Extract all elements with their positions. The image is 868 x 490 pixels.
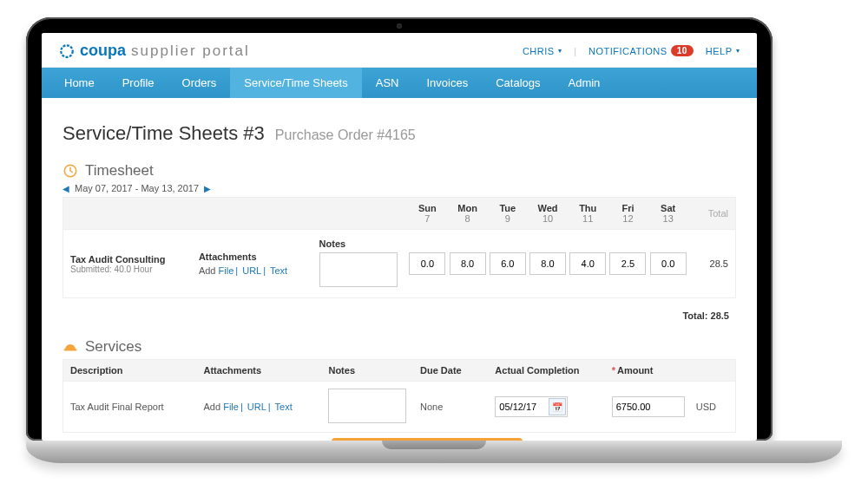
page-subtitle: Purchase Order #4165 <box>275 127 416 142</box>
service-notes-input[interactable] <box>328 389 406 423</box>
timesheet-row: Tax Audit Consulting Submitted: 40.0 Hou… <box>62 230 736 298</box>
nav-home[interactable]: Home <box>50 68 108 98</box>
svg-point-0 <box>61 45 73 57</box>
notes-input[interactable] <box>319 252 398 287</box>
amount-input[interactable] <box>612 396 685 417</box>
hours-input-fri[interactable] <box>609 252 646 275</box>
brand-sub: supplier portal <box>131 42 250 60</box>
nav-profile[interactable]: Profile <box>108 68 168 98</box>
user-menu[interactable]: CHRIS▾ <box>523 46 562 56</box>
hours-input-tue[interactable] <box>490 252 526 275</box>
hardhat-icon <box>62 339 78 355</box>
add-url-link[interactable]: URL <box>247 402 266 412</box>
service-description: Tax Audit Final Report <box>70 402 204 412</box>
hours-input-sat[interactable] <box>650 252 687 275</box>
add-file-link[interactable]: File <box>219 265 234 276</box>
svg-rect-2 <box>64 349 77 350</box>
nav-asn[interactable]: ASN <box>362 68 413 98</box>
brand-logo: coupa supplier portal <box>59 42 250 60</box>
nav-catalogs[interactable]: Catalogs <box>482 68 554 98</box>
nav-service-time-sheets[interactable]: Service/Time Sheets <box>230 68 361 98</box>
services-header-row: Description Attachments Notes Due Date A… <box>62 359 736 382</box>
hours-input-thu[interactable] <box>569 252 606 275</box>
row-total: 28.5 <box>688 258 728 269</box>
notes-label: Notes <box>319 238 408 249</box>
add-url-link[interactable]: URL <box>242 265 261 276</box>
timesheet-item-submitted: Submitted: 40.0 Hour <box>70 265 199 274</box>
notifications-link[interactable]: NOTIFICATIONS 10 <box>589 45 694 56</box>
date-range: May 07, 2017 - May 13, 2017 <box>75 183 199 193</box>
timesheet-item-name: Tax Audit Consulting <box>70 254 199 265</box>
brand-name: coupa <box>80 42 126 60</box>
main-nav: Home Profile Orders Service/Time Sheets … <box>42 68 757 98</box>
services-row: Tax Audit Final Report Add File| URL| Te… <box>62 382 736 433</box>
attachments-add-label: Add <box>204 402 221 412</box>
timesheet-header-row: Sun7 Mon8 Tue9 Wed10 Thu11 Fri12 Sat13 T… <box>62 197 736 230</box>
hours-input-sun[interactable] <box>409 252 445 275</box>
nav-orders[interactable]: Orders <box>168 68 231 98</box>
nav-admin[interactable]: Admin <box>554 68 614 98</box>
timesheet-section-title: Timesheet <box>85 162 154 180</box>
prev-week-button[interactable]: ◀ <box>62 184 69 193</box>
clock-icon <box>62 163 78 179</box>
nav-invoices[interactable]: Invoices <box>412 68 482 98</box>
services-section-title: Services <box>85 338 141 356</box>
page-title: Service/Time Sheets #3 Purchase Order #4… <box>62 122 736 145</box>
notifications-badge: 10 <box>671 45 694 56</box>
laptop-camera <box>397 23 402 29</box>
next-week-button[interactable]: ▶ <box>204 184 211 193</box>
divider: | <box>574 46 576 56</box>
add-text-link[interactable]: Text <box>275 402 293 412</box>
topbar: coupa supplier portal CHRIS▾ | NOTIFICAT… <box>42 33 757 68</box>
attachments-add-label: Add <box>199 265 216 276</box>
timesheet-grand-total: Total: 28.5 <box>62 298 736 336</box>
help-link[interactable]: HELP▾ <box>706 46 740 56</box>
add-text-link[interactable]: Text <box>270 265 287 276</box>
attachments-label: Attachments <box>199 252 319 262</box>
add-file-link[interactable]: File <box>223 402 239 412</box>
hours-input-wed[interactable] <box>529 252 566 275</box>
calendar-icon[interactable]: 📅 <box>549 398 566 415</box>
chevron-down-icon: ▾ <box>736 47 740 55</box>
total-column-header: Total <box>688 208 728 219</box>
chevron-down-icon: ▾ <box>558 47 562 55</box>
hours-input-mon[interactable] <box>450 252 486 275</box>
currency-label: USD <box>696 402 716 412</box>
due-date-value: None <box>420 402 495 412</box>
